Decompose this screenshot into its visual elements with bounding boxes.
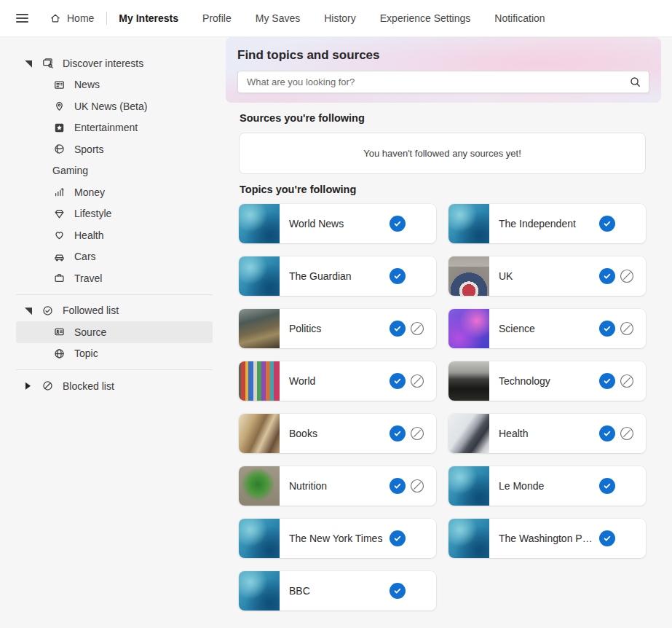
followed-check-button[interactable] xyxy=(599,321,615,337)
topic-title: UK xyxy=(499,270,593,282)
topic-card-bbc[interactable]: BBC xyxy=(239,571,436,611)
expander-expanded-icon[interactable] xyxy=(25,60,32,67)
followed-check-button[interactable] xyxy=(390,216,406,232)
sidebar-section-discover-interests[interactable]: Discover interests xyxy=(16,52,213,74)
topic-card-the-guardian[interactable]: The Guardian xyxy=(239,256,436,296)
sidebar-item-gaming[interactable]: Gaming xyxy=(16,160,213,182)
sidebar-item-entertainment[interactable]: Entertainment xyxy=(16,117,213,139)
topic-thumbnail xyxy=(448,519,489,558)
topic-actions xyxy=(599,321,634,337)
block-button[interactable] xyxy=(620,426,634,441)
sidebar-item-sports[interactable]: Sports xyxy=(16,138,213,160)
followed-check-button[interactable] xyxy=(390,373,406,389)
sidebar-item-money[interactable]: Money xyxy=(16,181,213,203)
topic-card-nutrition[interactable]: Nutrition xyxy=(239,466,436,506)
entertainment-icon xyxy=(52,121,66,134)
travel-icon xyxy=(52,272,66,285)
topic-card-le-monde[interactable]: Le Monde xyxy=(448,466,646,506)
followed-check-button[interactable] xyxy=(390,268,406,284)
topic-title: Health xyxy=(499,428,593,439)
topic-card-technology[interactable]: Technology xyxy=(448,361,646,401)
topic-thumbnail xyxy=(239,204,280,243)
sidebar-section-label: Blocked list xyxy=(63,380,114,392)
block-button[interactable] xyxy=(410,374,424,388)
followed-check-button[interactable] xyxy=(390,425,406,441)
followed-check-button[interactable] xyxy=(599,268,615,284)
search-panel: Find topics and sources xyxy=(226,37,661,103)
sidebar-item-source[interactable]: Source xyxy=(16,321,213,343)
topic-card-world-news[interactable]: World News xyxy=(239,204,436,243)
sources-empty-card: You haven't followed any sources yet! xyxy=(239,133,646,174)
menu-button[interactable] xyxy=(16,9,35,28)
nav-item-my-saves[interactable]: My Saves xyxy=(256,12,300,24)
topic-actions xyxy=(390,216,424,232)
followed-check-button[interactable] xyxy=(599,425,615,441)
topic-card-politics[interactable]: Politics xyxy=(239,309,436,348)
topic-title: The Guardian xyxy=(289,270,384,282)
sources-section-title: Sources you're following xyxy=(240,112,646,124)
topic-thumbnail xyxy=(239,256,280,296)
sidebar-item-label: Entertainment xyxy=(74,122,138,133)
sidebar-item-cars[interactable]: Cars xyxy=(16,246,213,268)
followed-check-button[interactable] xyxy=(599,478,615,494)
sidebar-item-health[interactable]: Health xyxy=(16,224,213,246)
nav-item-label: My Interests xyxy=(119,12,178,24)
followed-check-button[interactable] xyxy=(599,373,615,389)
sidebar-section-followed-list[interactable]: Followed list xyxy=(16,300,213,322)
followed-check-button[interactable] xyxy=(599,530,615,546)
nav-item-history[interactable]: History xyxy=(324,12,356,24)
expander-expanded-icon[interactable] xyxy=(25,307,32,314)
sidebar-item-label: UK News (Beta) xyxy=(74,101,147,112)
main-content: Find topics and sources Sources you're f… xyxy=(226,37,661,628)
block-button[interactable] xyxy=(620,269,634,283)
topic-title: The Washington Post xyxy=(499,533,593,544)
sidebar-divider xyxy=(16,369,213,370)
sidebar-section-blocked-list[interactable]: Blocked list xyxy=(16,375,213,397)
sidebar-item-uk-news-beta[interactable]: UK News (Beta) xyxy=(16,95,213,117)
topic-card-uk[interactable]: UK xyxy=(448,256,646,296)
block-button[interactable] xyxy=(620,321,634,336)
nav-item-experience-settings[interactable]: Experience Settings xyxy=(380,12,471,24)
sidebar-item-travel[interactable]: Travel xyxy=(16,267,213,289)
followed-check-button[interactable] xyxy=(390,478,406,494)
topic-card-science[interactable]: Science xyxy=(448,309,646,348)
search-button[interactable] xyxy=(623,76,641,88)
expander-collapsed-icon[interactable] xyxy=(25,382,32,390)
topic-card-books[interactable]: Books xyxy=(239,414,436,453)
lifestyle-icon xyxy=(52,207,66,220)
topic-card-the-independent[interactable]: The Independent xyxy=(448,204,646,243)
topic-title: BBC xyxy=(289,585,384,597)
topic-title: Nutrition xyxy=(289,480,384,492)
followed-check-button[interactable] xyxy=(599,216,615,232)
sidebar-item-lifestyle[interactable]: Lifestyle xyxy=(16,203,213,225)
nav-item-notification[interactable]: Notification xyxy=(494,12,545,24)
topic-card-the-washington-post[interactable]: The Washington Post xyxy=(448,519,646,558)
search-input[interactable] xyxy=(245,76,623,88)
block-button[interactable] xyxy=(410,479,424,493)
followed-check-button[interactable] xyxy=(390,321,406,337)
nav-item-label: Home xyxy=(67,12,94,24)
topic-actions xyxy=(599,373,634,389)
topic-card-health[interactable]: Health xyxy=(448,414,646,453)
block-button[interactable] xyxy=(620,374,634,388)
sidebar-item-label: Health xyxy=(74,229,103,241)
nav-item-profile[interactable]: Profile xyxy=(202,12,232,24)
block-button[interactable] xyxy=(410,321,424,336)
topic-card-the-new-york-times[interactable]: The New York Times xyxy=(239,519,436,558)
nav-item-my-interests[interactable]: My Interests xyxy=(119,12,178,24)
followed-check-button[interactable] xyxy=(390,583,406,599)
topic-title: World xyxy=(289,375,384,387)
topic-thumbnail xyxy=(448,204,489,243)
followed-check-button[interactable] xyxy=(390,530,406,546)
topic-thumbnail xyxy=(448,414,489,453)
topic-card-world[interactable]: World xyxy=(239,361,436,401)
block-button[interactable] xyxy=(410,426,424,441)
discover-icon xyxy=(41,57,54,70)
topic-actions xyxy=(390,425,424,441)
topic-title: Le Monde xyxy=(499,480,593,492)
nav-item-home[interactable]: Home xyxy=(50,12,94,24)
sidebar-item-news[interactable]: News xyxy=(16,74,213,96)
sidebar-item-topic[interactable]: Topic xyxy=(16,343,213,365)
money-icon xyxy=(52,186,66,199)
source-icon xyxy=(52,326,66,339)
